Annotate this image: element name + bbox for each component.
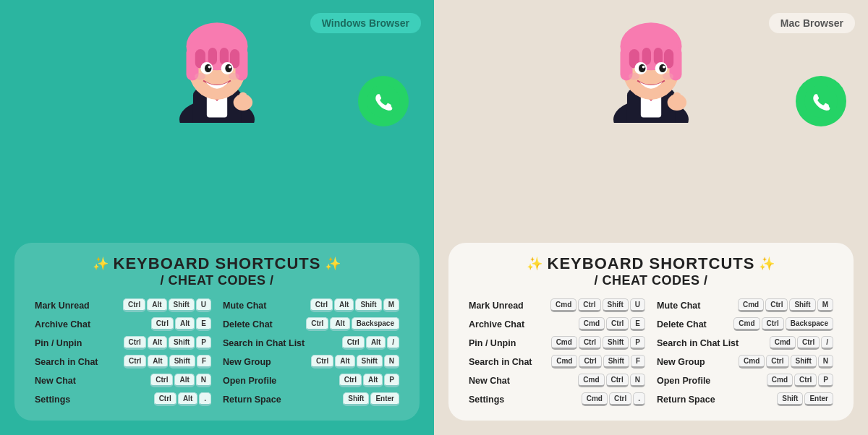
key-badge: Ctrl — [311, 355, 333, 369]
spark-left-1: ✨ — [93, 256, 109, 272]
key-badge: Cmd — [738, 298, 764, 312]
shortcut-keys: CmdCtrlShiftF — [551, 355, 645, 369]
key-badge: Backspace — [786, 317, 833, 331]
key-badge: Ctrl — [794, 374, 817, 387]
svg-point-44 — [663, 66, 665, 69]
shortcut-label: Return Space — [657, 395, 722, 405]
spark-left-2: ✨ — [325, 256, 341, 272]
key-badge: Alt — [148, 336, 167, 350]
title-area-left: ✨ KEYBOARD SHORTCUTS ✨ / CHEAT CODES / — [35, 254, 399, 288]
shortcut-row: Delete ChatCmdCtrlBackspace — [657, 317, 833, 331]
key-badge: Shift — [343, 392, 369, 406]
key-badge: Ctrl — [154, 392, 176, 406]
key-badge: Ctrl — [606, 374, 629, 387]
key-badge: Shift — [357, 355, 383, 369]
shortcut-row: Open ProfileCtrlAltP — [223, 374, 399, 387]
shortcut-row: Mute ChatCmdCtrlShiftM — [657, 298, 833, 312]
key-badge: Cmd — [550, 298, 576, 312]
key-badge: Shift — [777, 392, 803, 406]
shortcut-label: Open Profile — [657, 376, 722, 386]
shortcut-keys: CmdCtrlShiftN — [739, 355, 833, 369]
svg-rect-23 — [239, 92, 247, 105]
key-badge: M — [817, 298, 833, 312]
shortcut-row: SettingsCmdCtrl. — [469, 392, 645, 406]
whatsapp-icon-right — [796, 76, 846, 126]
svg-point-20 — [195, 73, 205, 79]
shortcut-keys: CtrlAltBackspace — [306, 317, 399, 331]
key-badge: Backspace — [352, 317, 399, 331]
spark-right-1: ✨ — [527, 256, 543, 272]
key-badge: Cmd — [551, 355, 577, 369]
key-badge: Cmd — [582, 392, 608, 406]
svg-point-49 — [804, 85, 838, 118]
spark-right-2: ✨ — [759, 256, 775, 272]
shortcut-label: Archive Chat — [35, 319, 100, 330]
shortcut-label: Search in Chat List — [657, 338, 739, 348]
key-badge: . — [199, 392, 211, 406]
shortcut-row: Mute ChatCtrlAltShiftM — [223, 298, 399, 312]
key-badge: Alt — [178, 392, 197, 406]
svg-point-19 — [229, 66, 231, 69]
key-badge: / — [387, 336, 399, 350]
svg-point-17 — [225, 64, 231, 72]
key-badge: Ctrl — [124, 336, 146, 350]
shortcut-row: Open ProfileCmdCtrlP — [657, 374, 833, 387]
shortcut-label: Delete Chat — [223, 319, 288, 330]
shortcut-keys: CtrlAltShiftM — [310, 298, 399, 312]
shortcut-keys: CtrlAltP — [339, 374, 399, 387]
key-badge: Ctrl — [765, 298, 788, 312]
key-badge: F — [197, 355, 211, 369]
key-badge: Alt — [330, 317, 349, 331]
shortcut-label: Open Profile — [223, 376, 288, 386]
key-badge: Alt — [175, 317, 195, 331]
shortcut-row: Search in ChatCtrlAltShiftF — [35, 355, 211, 369]
title-area-right: ✨ KEYBOARD SHORTCUTS ✨ / CHEAT CODES / — [469, 254, 833, 288]
key-badge: Alt — [335, 355, 354, 369]
key-badge: Ctrl — [762, 317, 784, 331]
shortcut-keys: CtrlAltShiftN — [311, 355, 399, 369]
shortcut-row: Mark UnreadCmdCtrlShiftU — [469, 298, 645, 312]
shortcut-label: Search in Chat List — [223, 338, 305, 348]
key-badge: Ctrl — [123, 298, 145, 312]
shortcut-row: Search in ChatCmdCtrlShiftF — [469, 355, 645, 369]
shortcut-label: Search in Chat — [469, 357, 534, 367]
key-badge: . — [633, 392, 645, 406]
key-badge: Alt — [334, 298, 354, 312]
shortcut-row: Delete ChatCtrlAltBackspace — [223, 317, 399, 331]
shortcut-keys: CtrlAltShiftP — [124, 336, 211, 350]
key-badge: Ctrl — [339, 374, 362, 387]
shortcut-keys: ShiftEnter — [343, 392, 399, 406]
shortcut-keys: CtrlAltShiftU — [123, 298, 211, 312]
key-badge: Shift — [603, 298, 629, 312]
key-badge: N — [196, 374, 211, 387]
key-badge: Ctrl — [579, 355, 601, 369]
key-badge: F — [631, 355, 645, 369]
shortcut-keys: CmdCtrlP — [767, 374, 833, 387]
key-badge: Ctrl — [151, 317, 174, 331]
shortcut-label: New Chat — [35, 376, 100, 386]
shortcut-row: Archive ChatCmdCtrlE — [469, 317, 645, 331]
shortcut-row: Mark UnreadCtrlAltShiftU — [35, 298, 211, 312]
svg-rect-11 — [208, 48, 217, 65]
shortcut-label: New Chat — [469, 376, 534, 386]
key-badge: Ctrl — [766, 355, 788, 369]
shortcuts-grid-left: Mark UnreadCtrlAltShiftUArchive ChatCtrl… — [35, 298, 399, 406]
key-badge: Cmd — [767, 374, 793, 387]
key-badge: Shift — [355, 298, 381, 312]
shortcut-keys: CtrlAlt/ — [342, 336, 399, 350]
svg-point-41 — [639, 64, 645, 72]
key-badge: Ctrl — [579, 336, 601, 350]
shortcut-label: Mark Unread — [469, 301, 534, 311]
key-badge: Cmd — [733, 317, 760, 331]
shortcut-row: Return SpaceShiftEnter — [223, 392, 399, 406]
shortcut-label: New Group — [223, 357, 288, 367]
key-badge: N — [630, 374, 645, 387]
shortcut-row: New ChatCmdCtrlN — [469, 374, 645, 387]
key-badge: Ctrl — [124, 355, 146, 369]
key-badge: U — [196, 298, 211, 312]
shortcut-keys: ShiftEnter — [777, 392, 833, 406]
title-sub-left: / CHEAT CODES / — [35, 273, 399, 288]
shortcut-keys: CmdCtrl/ — [770, 336, 833, 350]
avatar-right — [593, 0, 709, 123]
key-badge: / — [821, 336, 833, 350]
